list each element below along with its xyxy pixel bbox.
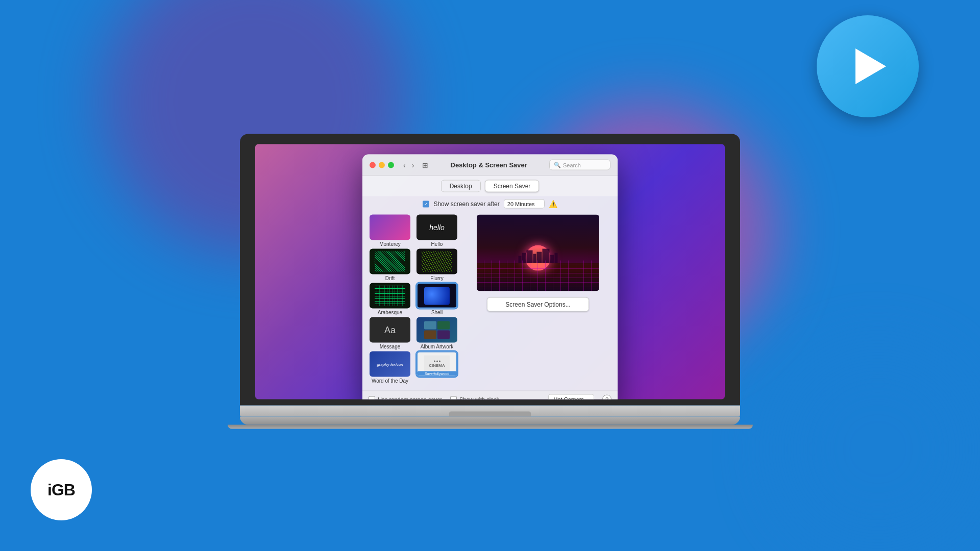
ss-item-flurry[interactable]: Flurry <box>414 249 459 281</box>
ss-row-3: Arabesque Shell <box>368 283 459 315</box>
preview-area: Screen Saver Options... <box>463 215 612 386</box>
macbook-stand <box>240 417 740 425</box>
ss-row-4: Aa Message <box>368 317 459 349</box>
flurry-lines <box>422 252 452 272</box>
preview-grid <box>477 261 599 291</box>
tabs-row: Desktop Screen Saver <box>362 176 618 196</box>
show-clock-checkbox[interactable] <box>450 396 457 399</box>
show-ss-label: Show screen saver after <box>433 201 499 208</box>
macbook-bottom-edge <box>228 425 753 429</box>
save-dot-2 <box>436 361 438 362</box>
ss-label-drift: Drift <box>385 276 395 281</box>
tab-desktop[interactable]: Desktop <box>441 180 481 192</box>
background-blob-3 <box>776 347 980 551</box>
igb-logo-text: iGB <box>47 481 75 499</box>
ss-item-message[interactable]: Aa Message <box>368 317 412 349</box>
ss-item-hello[interactable]: hello Hello <box>414 215 459 247</box>
save-dots <box>434 361 440 362</box>
ss-thumb-message: Aa <box>370 317 410 343</box>
fullscreen-button[interactable] <box>388 162 394 168</box>
search-placeholder: Search <box>563 162 581 168</box>
ss-item-monterey[interactable]: Monterey <box>368 215 412 247</box>
macos-window: ‹ › ⊞ Desktop & Screen Saver 🔍 Search De… <box>362 155 618 399</box>
minimize-button[interactable] <box>379 162 385 168</box>
ss-row-1: Monterey hello Hello <box>368 215 459 247</box>
use-random-label: Use random screen saver <box>378 396 442 399</box>
ss-item-drift[interactable]: Drift <box>368 249 412 281</box>
macbook-notch <box>449 412 531 417</box>
show-clock-label: Show with clock <box>459 396 499 399</box>
save-dot-3 <box>439 361 440 362</box>
duration-dropdown[interactable]: 20 Minutes <box>504 199 545 209</box>
title-bar: ‹ › ⊞ Desktop & Screen Saver 🔍 Search <box>362 155 618 176</box>
forward-button[interactable]: › <box>410 160 416 170</box>
ss-thumb-monterey <box>370 215 410 240</box>
grid-icon[interactable]: ⊞ <box>422 161 428 169</box>
album-cell-2 <box>437 321 450 330</box>
save-inner: CINEMA <box>424 355 450 373</box>
ss-item-shell[interactable]: Shell <box>414 283 459 315</box>
screensaver-list: Monterey hello Hello <box>368 215 459 386</box>
nav-arrows: ‹ › <box>401 160 416 170</box>
ss-label-message: Message <box>380 344 401 349</box>
ss-label-hello: Hello <box>431 241 443 247</box>
macbook-screen-bezel: ‹ › ⊞ Desktop & Screen Saver 🔍 Search De… <box>240 134 740 406</box>
ss-item-save[interactable]: CINEMA SaveHollywood <box>414 352 459 384</box>
play-button[interactable] <box>817 15 919 117</box>
ss-item-album[interactable]: Album Artwork <box>414 317 459 349</box>
album-grid <box>424 321 450 339</box>
drift-lines <box>375 252 405 272</box>
show-ss-row: ✓ Show screen saver after 20 Minutes ⚠️ <box>362 196 618 212</box>
help-button[interactable]: ? <box>602 395 611 399</box>
ss-label-shell: Shell <box>431 310 443 315</box>
cinema-text: CINEMA <box>429 363 445 368</box>
ss-thumb-album <box>416 317 457 343</box>
use-random-checkbox[interactable] <box>369 396 375 399</box>
play-icon <box>855 48 886 84</box>
macbook-base <box>240 406 740 417</box>
arabesque-pattern <box>375 286 405 306</box>
macbook: ‹ › ⊞ Desktop & Screen Saver 🔍 Search De… <box>240 134 740 429</box>
ss-thumb-shell <box>416 283 457 309</box>
warning-icon: ⚠️ <box>549 200 557 208</box>
screen-saver-options-button[interactable]: Screen Saver Options... <box>487 297 589 312</box>
back-button[interactable]: ‹ <box>401 160 408 170</box>
window-title: Desktop & Screen Saver <box>433 161 544 169</box>
ss-label-flurry: Flurry <box>430 276 444 281</box>
ss-label-arabesque: Arabesque <box>378 310 402 315</box>
save-dot-1 <box>434 361 435 362</box>
ss-thumb-save: CINEMA SaveHollywood <box>416 352 457 377</box>
ss-thumb-flurry <box>416 249 457 274</box>
shell-inner <box>424 287 450 305</box>
close-button[interactable] <box>370 162 376 168</box>
bottom-bar: Use random screen saver Show with clock … <box>362 391 618 399</box>
search-box[interactable]: 🔍 Search <box>549 160 610 170</box>
ss-label-word: Word of the Day <box>372 378 408 384</box>
ss-thumb-drift <box>370 249 410 274</box>
ss-thumb-hello: hello <box>416 215 457 240</box>
ss-row-5: graphy lexicon Word of the Day <box>368 352 459 384</box>
traffic-lights <box>370 162 394 168</box>
ss-row-2: Drift Flurry <box>368 249 459 281</box>
album-cell-1 <box>424 321 436 330</box>
ss-label-monterey: Monterey <box>379 241 401 247</box>
use-random-group: Use random screen saver <box>369 396 442 399</box>
tab-screen-saver[interactable]: Screen Saver <box>485 180 540 192</box>
album-cell-3 <box>424 331 436 339</box>
ss-item-word[interactable]: graphy lexicon Word of the Day <box>368 352 412 384</box>
ss-thumb-word: graphy lexicon <box>370 352 410 377</box>
save-label-badge: SaveHollywood <box>418 371 456 376</box>
hot-corners-button[interactable]: Hot Corners... <box>548 394 594 399</box>
content-area: Monterey hello Hello <box>362 212 618 391</box>
macbook-screen: ‹ › ⊞ Desktop & Screen Saver 🔍 Search De… <box>255 144 725 399</box>
ss-item-arabesque[interactable]: Arabesque <box>368 283 412 315</box>
search-icon: 🔍 <box>554 162 561 168</box>
album-cell-4 <box>437 331 450 339</box>
show-ss-checkbox[interactable]: ✓ <box>423 201 429 207</box>
igb-logo: iGB <box>31 459 92 520</box>
show-clock-group: Show with clock <box>450 396 499 399</box>
ss-thumb-arabesque <box>370 283 410 309</box>
preview-bg <box>477 215 599 291</box>
preview-image <box>477 215 599 291</box>
ss-label-album: Album Artwork <box>421 344 453 349</box>
